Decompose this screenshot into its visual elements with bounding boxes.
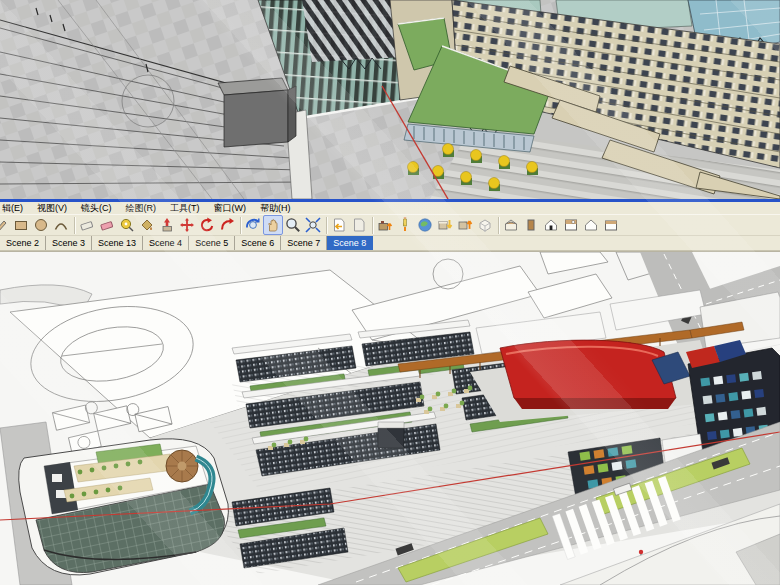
scene-tab-scene-7[interactable]: Scene 7 bbox=[281, 236, 327, 250]
next-view-icon[interactable] bbox=[349, 215, 369, 235]
pencil-tool-icon[interactable] bbox=[0, 215, 11, 235]
zoom-icon[interactable] bbox=[283, 215, 303, 235]
component-box-icon[interactable] bbox=[475, 215, 495, 235]
follow-me-tool-icon[interactable] bbox=[97, 215, 117, 235]
scene-tab-scene-4[interactable]: Scene 4 bbox=[143, 236, 189, 250]
tape-measure-icon[interactable] bbox=[117, 215, 137, 235]
back-view-icon[interactable] bbox=[581, 215, 601, 235]
pan-icon[interactable] bbox=[263, 215, 283, 235]
arc-tool-icon[interactable] bbox=[51, 215, 71, 235]
scene-tab-scene-6[interactable]: Scene 6 bbox=[235, 236, 281, 250]
left-view-icon[interactable] bbox=[521, 215, 541, 235]
toolbar-separator bbox=[240, 217, 241, 234]
circle-tool-icon[interactable] bbox=[31, 215, 51, 235]
toolbar-separator bbox=[372, 217, 373, 234]
toolbar-separator bbox=[498, 217, 499, 234]
scene-bottom-render bbox=[0, 252, 780, 585]
toolbar-separator bbox=[74, 217, 75, 234]
scene-tab-scene-2[interactable]: Scene 2 bbox=[0, 236, 46, 250]
move-icon[interactable] bbox=[177, 215, 197, 235]
scene-tab-scene-8[interactable]: Scene 8 bbox=[327, 236, 373, 250]
iso-view-icon[interactable] bbox=[501, 215, 521, 235]
viewport-top[interactable] bbox=[0, 0, 780, 199]
scene-tab-scene-5[interactable]: Scene 5 bbox=[189, 236, 235, 250]
menu-item-3[interactable]: 绘图(R) bbox=[119, 202, 164, 214]
top-view-icon[interactable] bbox=[561, 215, 581, 235]
dark-box-building bbox=[218, 78, 296, 147]
menu-item-6[interactable]: 帮助(H) bbox=[253, 202, 298, 214]
menu-item-0[interactable]: 辑(E) bbox=[0, 202, 30, 214]
zoom-extents-icon[interactable] bbox=[303, 215, 323, 235]
push-pull-icon[interactable] bbox=[157, 215, 177, 235]
menu-item-4[interactable]: 工具(T) bbox=[163, 202, 207, 214]
google-earth-icon[interactable] bbox=[415, 215, 435, 235]
previous-view-icon[interactable] bbox=[329, 215, 349, 235]
toolbar-separator bbox=[326, 217, 327, 234]
rectangle-tool-icon[interactable] bbox=[11, 215, 31, 235]
share-model-icon[interactable] bbox=[455, 215, 475, 235]
toolbar bbox=[0, 214, 780, 236]
scene-tab-scene-13[interactable]: Scene 13 bbox=[92, 236, 143, 250]
get-models-icon[interactable] bbox=[435, 215, 455, 235]
rotate-icon[interactable] bbox=[197, 215, 217, 235]
right-view-icon[interactable] bbox=[601, 215, 621, 235]
scene-top-render bbox=[0, 0, 780, 199]
orbit-icon[interactable] bbox=[243, 215, 263, 235]
eraser-tool-icon[interactable] bbox=[77, 215, 97, 235]
add-location-icon[interactable] bbox=[375, 215, 395, 235]
paint-bucket-icon[interactable] bbox=[137, 215, 157, 235]
viewport-bottom[interactable] bbox=[0, 251, 780, 585]
menu-bar: 辑(E)视图(V)镜头(C)绘图(R)工具(T)窗口(W)帮助(H) bbox=[0, 202, 780, 214]
offset-icon[interactable] bbox=[217, 215, 237, 235]
sketchup-window: 辑(E)视图(V)镜头(C)绘图(R)工具(T)窗口(W)帮助(H) Scene… bbox=[0, 0, 780, 585]
menu-item-1[interactable]: 视图(V) bbox=[30, 202, 74, 214]
photo-textures-icon[interactable] bbox=[395, 215, 415, 235]
menu-item-2[interactable]: 镜头(C) bbox=[74, 202, 119, 214]
scene-tab-bar: Scene 2Scene 3Scene 13Scene 4Scene 5Scen… bbox=[0, 236, 780, 251]
front-view-icon[interactable] bbox=[541, 215, 561, 235]
scene-tab-scene-3[interactable]: Scene 3 bbox=[46, 236, 92, 250]
menu-item-5[interactable]: 窗口(W) bbox=[207, 202, 254, 214]
